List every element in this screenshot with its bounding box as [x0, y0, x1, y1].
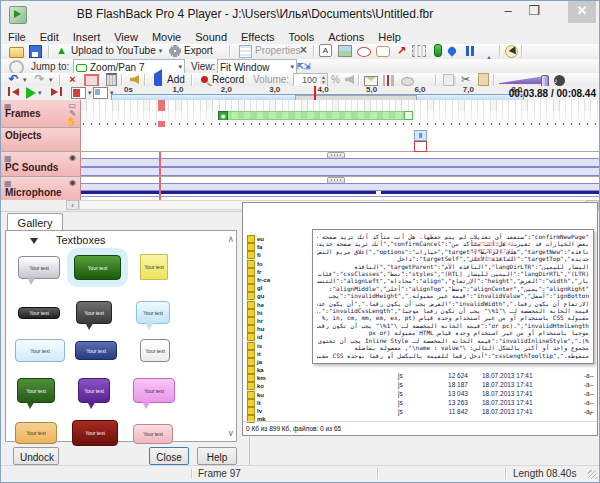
frames-track-header[interactable]: ▦ ▭ ✎ ✋ Frames	[1, 100, 81, 127]
pc-sounds-track-body[interactable]	[81, 152, 599, 176]
insert-watermark-button[interactable]	[448, 44, 456, 57]
export-button[interactable]: Export	[169, 44, 213, 57]
insert-autoscroll-button[interactable]	[482, 44, 495, 57]
volume-slider[interactable]	[499, 75, 551, 86]
speaker-icon[interactable]: ◉	[69, 153, 76, 162]
menu-edit[interactable]: Edit	[33, 29, 66, 45]
movie-preview-pane[interactable]: eufafifofrfr-caglguhehihrhuidisitjakakmk…	[242, 202, 598, 436]
preview-effects-button[interactable]	[401, 73, 414, 86]
textbox-darkred-rounded[interactable]: Your text	[72, 420, 118, 446]
textbox-white-rounded[interactable]: Your text	[140, 339, 170, 362]
undock-button[interactable]: Undock	[13, 447, 59, 465]
textbox-paleblue-rounded[interactable]: Your text	[15, 339, 65, 362]
minimize-button[interactable]: –	[495, 1, 521, 23]
textbox-orchid-bubble[interactable]: Your text	[133, 378, 175, 403]
textbox-green-rounded[interactable]: Your text	[74, 255, 121, 280]
open-button[interactable]	[9, 44, 24, 57]
textbox-pink-rounded[interactable]: Your text	[133, 424, 173, 444]
chevron-down-icon[interactable]: ▾	[38, 89, 42, 97]
mute-button[interactable]	[343, 73, 356, 86]
copy-button[interactable]	[441, 73, 456, 86]
microphone-track[interactable]: ▦ ◉ Microphone	[1, 177, 599, 200]
menu-movie[interactable]: Movie	[145, 29, 188, 45]
insert-image-button[interactable]	[338, 44, 352, 57]
spinner-arrows[interactable]: ▲▼	[320, 75, 327, 85]
insert-blur-button[interactable]	[412, 44, 426, 57]
frames-track[interactable]: ▦ ▭ ✎ ✋ Frames ◉	[1, 100, 599, 128]
crop-frames-button[interactable]	[84, 73, 99, 86]
pc-sounds-track[interactable]: ▦ ◉ PC Sounds	[1, 152, 599, 177]
highlight-cursor-button[interactable]	[505, 44, 518, 57]
textbox-charcoal-bubble[interactable]: Your text	[76, 301, 112, 324]
microphone-track-body[interactable]	[81, 177, 599, 200]
properties-button[interactable]: Properties	[239, 44, 301, 57]
close-window-button[interactable]: ✕	[568, 1, 596, 23]
go-to-end-button[interactable]	[51, 87, 62, 96]
pause-object-icon[interactable]: ‖	[414, 130, 427, 141]
frame-cells[interactable]	[81, 100, 599, 111]
delete-object-button[interactable]: ×	[297, 44, 310, 57]
speaker-icon[interactable]: ◉	[69, 178, 76, 187]
timeline-ruler[interactable]: 0s1,02,03,04,05,06,07,08,0	[111, 86, 523, 94]
frames-track-body[interactable]: ◉	[81, 100, 599, 127]
textbox-object-icon[interactable]	[414, 141, 427, 152]
insert-arrow-button[interactable]: ↗	[395, 44, 408, 57]
insert-textbox-button[interactable]: A	[319, 44, 332, 57]
go-to-start-button[interactable]	[8, 87, 19, 96]
textbox-black-bar[interactable]: Your text	[18, 307, 60, 319]
textbox-forest-bubble[interactable]: Your text	[17, 378, 55, 403]
textbox-yellow-note[interactable]: Your text	[140, 254, 168, 280]
paste-button[interactable]	[476, 73, 491, 86]
play-button[interactable]: ▾	[26, 87, 42, 99]
textbox-purple-bubble[interactable]: Your text	[78, 378, 110, 403]
insert-pause-button[interactable]	[465, 44, 475, 57]
delete-frames-button[interactable]: ×	[66, 73, 79, 86]
menu-sound[interactable]: Sound	[188, 29, 234, 45]
insert-box-button[interactable]	[376, 44, 390, 57]
textbox-silver-bubble[interactable]: Your text	[18, 256, 60, 279]
objects-track-body[interactable]: ‖	[81, 128, 599, 151]
textbox-tan-rounded[interactable]: Your text	[15, 422, 57, 444]
menu-actions[interactable]: Actions	[321, 29, 371, 45]
textboxes-section-header[interactable]: Textboxes	[6, 233, 236, 248]
save-button[interactable]	[29, 44, 42, 57]
speaker-button[interactable]: ♪	[554, 73, 565, 86]
menu-effects[interactable]: Effects	[234, 29, 281, 45]
frame-tool-button[interactable]: ▾	[71, 87, 92, 99]
hand-icon[interactable]: ✋	[66, 117, 76, 126]
undo-button[interactable]: ↶▾	[7, 73, 27, 86]
playhead[interactable]	[314, 86, 316, 100]
selected-frame-marker[interactable]	[158, 100, 165, 111]
menu-help[interactable]: Help	[371, 29, 408, 45]
menu-view[interactable]: View	[107, 29, 145, 45]
collapse-triangle-icon[interactable]	[30, 238, 38, 244]
objects-track-header[interactable]: Objects	[1, 128, 81, 151]
resize-grip[interactable]	[588, 470, 597, 479]
chevron-down-icon[interactable]: ▾	[88, 89, 92, 97]
panel-splitter[interactable]	[249, 437, 250, 467]
textbox-skyblue-bubble[interactable]: Your text	[136, 301, 170, 324]
chevron-down-icon[interactable]: ▾	[159, 47, 163, 55]
zoom-pan-effect-bar[interactable]: ◉	[218, 111, 412, 120]
menu-insert[interactable]: Insert	[66, 29, 108, 45]
objects-track[interactable]: Objects ‖	[1, 128, 599, 152]
menu-file[interactable]: File	[1, 29, 33, 45]
redo-button[interactable]: ↷▾	[33, 73, 53, 86]
microphone-track-header[interactable]: ▦ ◉ Microphone	[1, 177, 81, 200]
split-movie-button[interactable]	[383, 73, 394, 86]
insert-marker-button[interactable]	[431, 44, 445, 57]
maximize-button[interactable]: ❒	[521, 1, 547, 23]
insert-highlight-button[interactable]	[357, 44, 371, 57]
pc-sounds-track-header[interactable]: ▦ ◉ PC Sounds	[1, 152, 81, 176]
trash-button[interactable]	[104, 73, 119, 86]
fullscreen-button[interactable]: ⇱⇲	[297, 60, 308, 73]
upload-youtube-button[interactable]: ▲ Upload to YouTube ▾	[55, 44, 162, 57]
effects-row[interactable]: ◉	[81, 111, 599, 120]
gallery-scroll-up[interactable]: ∧	[227, 234, 234, 244]
title-bar[interactable]: BB FlashBack Pro 4 Player - J:\Users\Иль…	[1, 1, 599, 27]
textbox-navy-rounded[interactable]: Your text	[75, 341, 117, 360]
help-button[interactable]: Help	[197, 447, 237, 465]
keyframes-row[interactable]	[81, 120, 599, 128]
close-button[interactable]: Close	[149, 447, 189, 465]
scroll-left-button[interactable]: ‹	[66, 200, 79, 210]
